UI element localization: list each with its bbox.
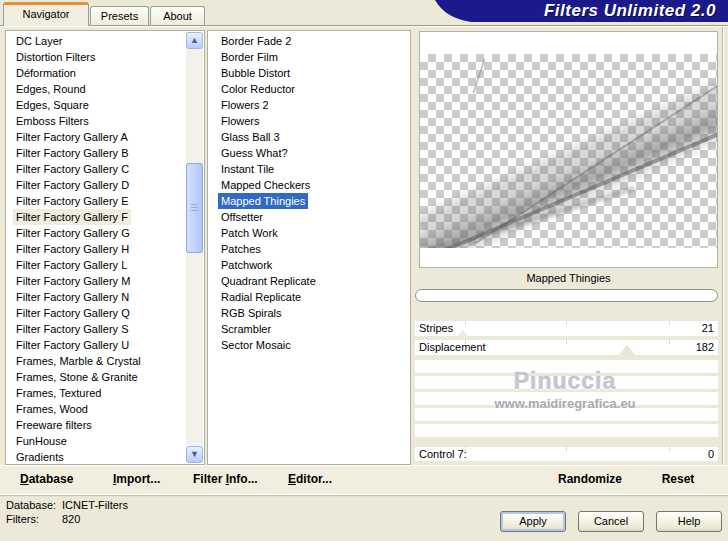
category-list-item[interactable]: Emboss Filters <box>6 113 204 129</box>
toolbar-strip: Database Import... Filter Info... Editor… <box>0 465 728 494</box>
filter-list-item[interactable]: Glass Ball 3 <box>208 129 410 145</box>
filter-list-item[interactable]: Flowers <box>208 113 410 129</box>
filters-unlimited-dialog: Filters Unlimited 2.0 Navigator Presets … <box>0 0 728 541</box>
category-list-item[interactable]: Filter Factory Gallery A <box>6 129 204 145</box>
filter-list-item[interactable]: Mapped Thingies <box>208 193 410 209</box>
filter-listbox: Border Fade 2Border FilmBubble DistortCo… <box>207 30 411 465</box>
category-list-item[interactable]: Filter Factory Gallery M <box>6 273 204 289</box>
preview-transparency-checker <box>420 54 717 248</box>
tab-presets[interactable]: Presets <box>90 6 149 25</box>
slider-row-empty <box>415 408 718 421</box>
help-button[interactable]: Help <box>656 511 722 532</box>
slider-row-empty <box>415 392 718 405</box>
reset-button[interactable]: Reset <box>645 466 711 493</box>
category-list-item[interactable]: Filter Factory Gallery H <box>6 241 204 257</box>
title-band: Filters Unlimited 2.0 <box>435 0 728 22</box>
database-button[interactable]: Database <box>20 466 73 493</box>
category-list-item[interactable]: Filter Factory Gallery S <box>6 321 204 337</box>
category-list-item[interactable]: Frames, Textured <box>6 385 204 401</box>
preview-ribbon-darkline <box>420 80 717 248</box>
category-list-item[interactable]: Filter Factory Gallery L <box>6 257 204 273</box>
slider-stripes-value: 21 <box>702 321 714 335</box>
category-list-item[interactable]: Déformation <box>6 65 204 81</box>
scroll-up-icon[interactable]: ▲ <box>186 32 203 49</box>
category-list-item[interactable]: Edges, Round <box>6 81 204 97</box>
category-list-item[interactable]: Filter Factory Gallery F <box>6 209 204 225</box>
category-scrollbar[interactable]: ▲ ▼ <box>186 32 203 463</box>
slider-row-empty <box>415 360 718 373</box>
status-filters-value: 820 <box>62 513 80 526</box>
slider-displacement-thumb[interactable] <box>619 345 635 355</box>
category-listbox: DC LayerDistortion FiltersDéformationEdg… <box>5 30 205 465</box>
tab-about[interactable]: About <box>150 6 205 25</box>
tab-navigator[interactable]: Navigator <box>3 2 89 26</box>
filter-info-button[interactable]: Filter Info... <box>193 466 258 493</box>
filter-rows: Border Fade 2Border FilmBubble DistortCo… <box>208 33 410 353</box>
filter-list-item[interactable]: RGB Spirals <box>208 305 410 321</box>
scrollbar-thumb[interactable] <box>186 163 203 253</box>
preview-ribbon-crossline <box>474 74 717 245</box>
filter-list-item[interactable]: Offsetter <box>208 209 410 225</box>
status-filters-label: Filters: <box>6 513 39 525</box>
slider-displacement[interactable]: Displacement 182 <box>415 340 718 355</box>
preview-scratch <box>472 59 485 94</box>
apply-button[interactable]: Apply <box>500 511 566 532</box>
category-list-item[interactable]: Filter Factory Gallery C <box>6 161 204 177</box>
filter-list-item[interactable]: Mapped Checkers <box>208 177 410 193</box>
filter-list-item[interactable]: Instant Tile <box>208 161 410 177</box>
editor-button[interactable]: Editor... <box>288 466 332 493</box>
category-list-item[interactable]: Freeware filters <box>6 417 204 433</box>
category-list-item[interactable]: Filter Factory Gallery G <box>6 225 204 241</box>
status-database: Database: ICNET-Filters <box>6 499 306 512</box>
filter-list-item[interactable]: Bubble Distort <box>208 65 410 81</box>
filter-list-item[interactable]: Radial Replicate <box>208 289 410 305</box>
category-list-item[interactable]: DC Layer <box>6 33 204 49</box>
category-rows: DC LayerDistortion FiltersDéformationEdg… <box>6 33 204 465</box>
panel-right-edge <box>722 26 723 495</box>
slider-stripes[interactable]: Stripes 21 <box>415 321 718 336</box>
preview-ribbon-upper <box>420 54 717 234</box>
category-list-item[interactable]: Edges, Square <box>6 97 204 113</box>
filter-list-item[interactable]: Scrambler <box>208 321 410 337</box>
filter-caption: Mapped Thingies <box>419 272 718 284</box>
category-list-item[interactable]: Distortion Filters <box>6 49 204 65</box>
slider-stripes-thumb[interactable] <box>458 330 468 336</box>
filter-list-item[interactable]: Patch Work <box>208 225 410 241</box>
filter-list-item[interactable]: Sector Mosaic <box>208 337 410 353</box>
slider-control7-label: Control 7: <box>419 447 467 461</box>
filter-list-item[interactable]: Color Reductor <box>208 81 410 97</box>
progress-bar <box>415 289 718 302</box>
category-list-item[interactable]: Filter Factory Gallery E <box>6 193 204 209</box>
category-list-item[interactable]: Frames, Marble & Crystal <box>6 353 204 369</box>
category-list-item[interactable]: FunHouse <box>6 433 204 449</box>
app-title: Filters Unlimited 2.0 <box>544 0 716 21</box>
slider-control7[interactable]: Control 7: 0 <box>415 447 718 461</box>
category-list-item[interactable]: Frames, Wood <box>6 401 204 417</box>
category-list-item[interactable]: Filter Factory Gallery N <box>6 289 204 305</box>
category-list-item[interactable]: Filter Factory Gallery D <box>6 177 204 193</box>
tab-page-divider <box>0 25 728 26</box>
status-filters: Filters: 820 <box>6 513 306 526</box>
preview-ribbon-main <box>420 59 717 248</box>
slider-displacement-label: Displacement <box>419 340 486 354</box>
filter-list-item[interactable]: Guess What? <box>208 145 410 161</box>
filter-list-item[interactable]: Flowers 2 <box>208 97 410 113</box>
status-database-value: ICNET-Filters <box>62 499 128 512</box>
category-list-item[interactable]: Filter Factory Gallery B <box>6 145 204 161</box>
status-database-label: Database: <box>6 499 56 511</box>
filter-list-item[interactable]: Border Film <box>208 49 410 65</box>
slider-stripes-label: Stripes <box>419 321 453 335</box>
filter-list-item[interactable]: Border Fade 2 <box>208 33 410 49</box>
import-button[interactable]: Import... <box>113 466 160 493</box>
category-list-item[interactable]: Gradients <box>6 449 204 465</box>
filter-list-item[interactable]: Patchwork <box>208 257 410 273</box>
filter-list-item[interactable]: Quadrant Replicate <box>208 273 410 289</box>
category-list-item[interactable]: Filter Factory Gallery Q <box>6 305 204 321</box>
randomize-button[interactable]: Randomize <box>540 466 640 493</box>
category-list-item[interactable]: Filter Factory Gallery U <box>6 337 204 353</box>
category-list-item[interactable]: Frames, Stone & Granite <box>6 369 204 385</box>
cancel-button[interactable]: Cancel <box>578 511 644 532</box>
filter-list-item[interactable]: Patches <box>208 241 410 257</box>
scroll-down-icon[interactable]: ▼ <box>186 446 203 463</box>
slider-row-empty <box>415 376 718 389</box>
